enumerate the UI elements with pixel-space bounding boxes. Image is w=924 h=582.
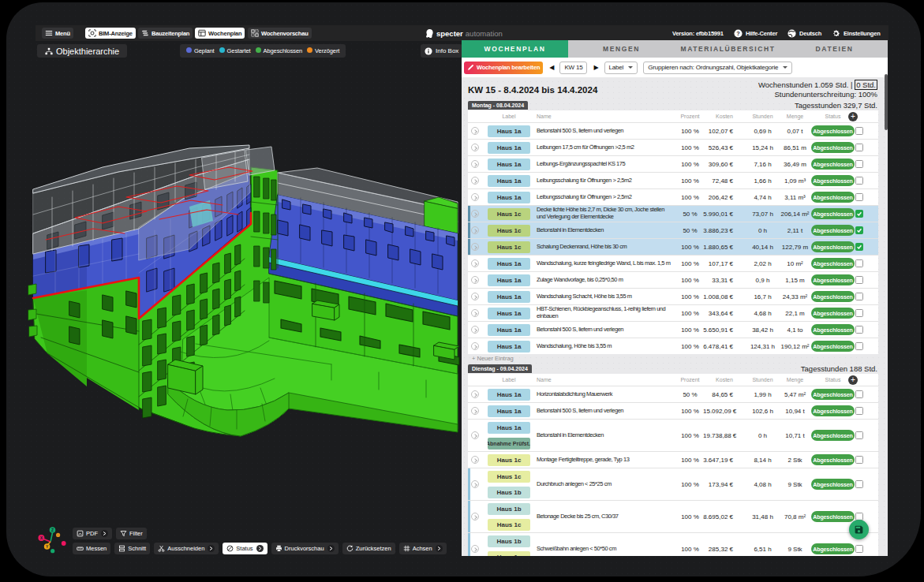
- svg-text:?: ?: [736, 29, 740, 36]
- svg-text:Z: Z: [51, 528, 54, 532]
